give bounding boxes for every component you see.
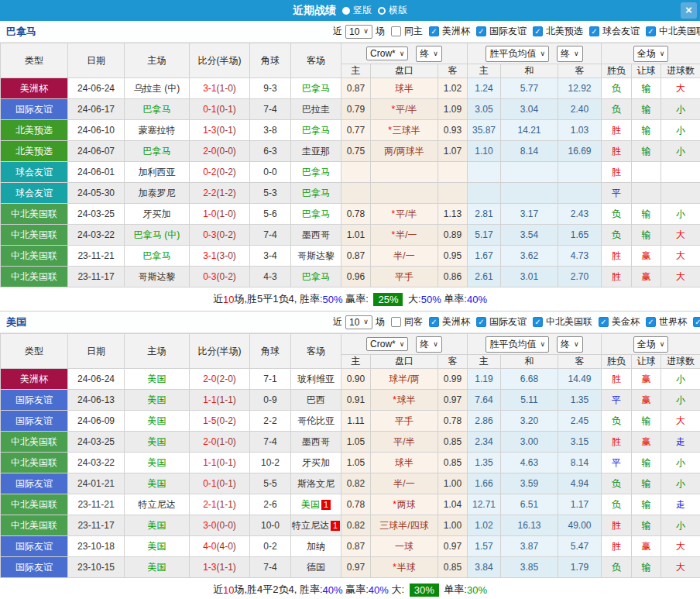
- column-subheader: 客: [558, 355, 602, 369]
- full-score: 0-1: [203, 104, 216, 115]
- home-team: 美国: [125, 473, 190, 494]
- result-handicap: 输: [632, 120, 661, 141]
- team-name: 美国: [0, 315, 26, 329]
- chevron-down-icon: ∨: [433, 50, 438, 57]
- match-row: 球会友谊24-05-30加泰罗尼2-2(1-2)5-3巴拿马平: [1, 183, 700, 204]
- score-cell: 1-3(0-1): [190, 120, 250, 141]
- league-checkbox[interactable]: ✓: [533, 26, 543, 36]
- summary-segment: 赢率:: [343, 583, 369, 597]
- title-bar: 近期战绩 竖版 横版 ×: [0, 0, 700, 21]
- avg-type-select[interactable]: 胜平负均值∨: [486, 336, 549, 353]
- league-checkbox[interactable]: ✓: [646, 26, 656, 36]
- column-subheader: 胜负: [602, 64, 632, 78]
- avg-odds-header: 胜平负均值∨终∨: [468, 43, 602, 64]
- crow-away-odds: 1.02: [438, 78, 468, 99]
- avg-home-odds: 3.84: [468, 557, 501, 578]
- league-label: 美洲杯: [442, 25, 470, 38]
- away-team: 巴拉圭: [291, 99, 341, 120]
- date-cell: 24-06-13: [68, 390, 125, 411]
- full-score: 0-2: [203, 167, 216, 177]
- league-checkbox[interactable]: ✓: [589, 26, 599, 36]
- avg-home-odds: 1.19: [468, 369, 501, 390]
- league-checkbox[interactable]: ✓: [429, 26, 439, 36]
- match-row: 中北美国联24-03-22巴拿马 (中)0-3(0-2)7-4墨西哥1.01*半…: [1, 225, 700, 246]
- corner-cell: 7-4: [250, 432, 291, 453]
- chevron-down-icon: ∨: [400, 50, 405, 57]
- section-header: 巴拿马近10∨场同主✓美洲杯✓国际友谊✓北美预选✓球会友谊✓中北美国联✓美金杯: [0, 21, 700, 43]
- result-wl: 胜: [602, 162, 632, 183]
- avg-draw-odds: 3.00: [501, 432, 558, 453]
- away-team: 美国1: [291, 494, 341, 515]
- result-goals: 大: [661, 411, 700, 432]
- away-team: 圭亚那: [291, 141, 341, 162]
- score-cell: 1-1(1-1): [190, 390, 250, 411]
- result-wl: 平: [602, 183, 632, 204]
- away-team-name: 玻利维亚: [297, 374, 335, 384]
- crow-home-odds: 0.79: [341, 99, 371, 120]
- avg-home-odds: 1.02: [468, 515, 501, 536]
- corner-cell: 2-2: [250, 411, 291, 432]
- chevron-down-icon: ∨: [433, 341, 438, 348]
- stage-select[interactable]: 终∨: [416, 46, 442, 62]
- column-header: 日期: [68, 334, 125, 369]
- recent-results-panel: 近期战绩 竖版 横版 × 巴拿马近10∨场同主✓美洲杯✓国际友谊✓北美预选✓球会…: [0, 0, 700, 599]
- league-label: 中北美国联: [546, 315, 592, 329]
- match-count-select[interactable]: 10∨: [345, 315, 372, 329]
- league-checkbox[interactable]: ✓: [646, 317, 656, 327]
- league-checkbox[interactable]: ✓: [533, 317, 543, 327]
- match-row: 国际友谊24-01-21美国0-1(0-1)5-5斯洛文尼0.82半/一1.00…: [1, 473, 700, 494]
- match-row: 国际友谊24-06-09美国1-5(0-2)2-2哥伦比亚1.11平手0.782…: [1, 411, 700, 432]
- result-handicap: [632, 183, 661, 204]
- same-venue-checkbox[interactable]: [391, 26, 401, 36]
- avg-draw-odds: 8.14: [501, 141, 558, 162]
- bookmaker-select[interactable]: Crow*∨: [366, 337, 408, 351]
- section-header: 美国近10∨场同客✓美洲杯✓国际友谊✓中北美国联✓美金杯✓世界杯✓北美预选: [0, 312, 700, 333]
- stage-select[interactable]: 终∨: [557, 46, 583, 62]
- close-icon[interactable]: ×: [681, 2, 697, 19]
- match-count-select[interactable]: 10∨: [345, 25, 372, 39]
- league-checkbox[interactable]: ✓: [429, 317, 439, 327]
- avg-draw-odds: 3.01: [501, 267, 558, 287]
- home-team: 加泰罗尼: [125, 183, 190, 204]
- result-wl: 胜: [602, 369, 632, 390]
- league-checkbox[interactable]: ✓: [693, 317, 700, 327]
- type-badge: 中北美国联: [1, 494, 68, 515]
- column-subheader: 主: [341, 355, 371, 369]
- league-checkbox[interactable]: ✓: [476, 317, 486, 327]
- scope-select[interactable]: 全场∨: [633, 336, 669, 353]
- avg-type-select[interactable]: 胜平负均值∨: [486, 46, 549, 62]
- crow-away-odds: 0.89: [438, 225, 468, 246]
- stage-select[interactable]: 终∨: [416, 336, 442, 353]
- avg-draw-odds: [501, 183, 558, 204]
- league-checkbox[interactable]: ✓: [476, 26, 486, 36]
- scope-select[interactable]: 全场∨: [633, 46, 669, 62]
- layout-radio-horizontal[interactable]: 横版: [378, 4, 407, 17]
- crow-away-odds: 1.09: [438, 99, 468, 120]
- avg-draw-odds: [501, 162, 558, 183]
- half-score: (0-1): [217, 457, 236, 468]
- avg-away-odds: 5.47: [558, 536, 602, 557]
- avg-away-odds: 1.65: [558, 225, 602, 246]
- type-badge: 北美预选: [1, 120, 68, 141]
- crow-home-odds: 0.91: [341, 390, 371, 411]
- handicap-cell: 球半: [371, 453, 438, 473]
- star-mark: *: [391, 104, 395, 115]
- avg-home-odds: 1.10: [468, 141, 501, 162]
- star-mark: *: [393, 499, 396, 510]
- half-score: (0-0): [217, 520, 236, 531]
- date-cell: 24-06-01: [68, 162, 125, 183]
- stage-select[interactable]: 终∨: [557, 336, 583, 353]
- avg-draw-odds: 3.85: [501, 557, 558, 578]
- avg-home-odds: 7.64: [468, 390, 501, 411]
- handicap-text: 球半: [397, 394, 416, 405]
- bookmaker-select[interactable]: Crow*∨: [366, 46, 408, 60]
- crow-home-odds: 1.05: [341, 453, 371, 473]
- league-checkbox[interactable]: ✓: [599, 317, 609, 327]
- same-venue-checkbox[interactable]: [391, 317, 401, 327]
- summary-segment: 25%: [373, 293, 403, 306]
- away-team: 巴拿马: [291, 162, 341, 183]
- column-subheader: 主: [468, 355, 501, 369]
- date-cell: 23-10-18: [68, 536, 125, 557]
- avg-home-odds: 1.67: [468, 246, 501, 267]
- layout-radio-vertical[interactable]: 竖版: [342, 4, 372, 17]
